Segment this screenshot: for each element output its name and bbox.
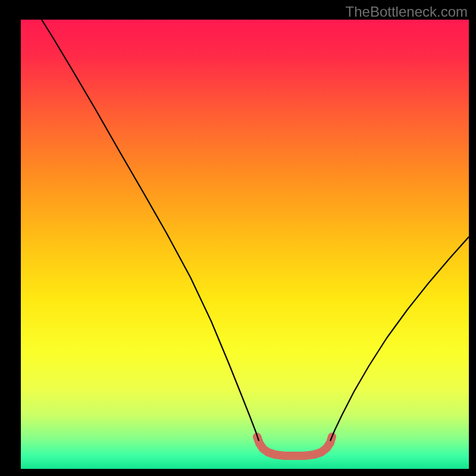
gradient-background [21, 20, 469, 469]
bottleneck-chart [0, 0, 476, 476]
chart-frame: TheBottleneck.com [0, 0, 476, 476]
watermark-text: TheBottleneck.com [346, 4, 468, 20]
